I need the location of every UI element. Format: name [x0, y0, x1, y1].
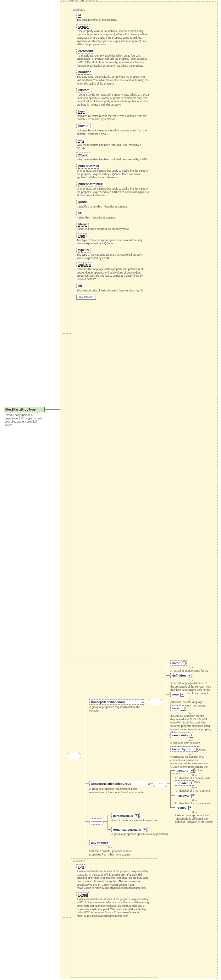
element-desc: A group of properties specific to an org… — [111, 832, 168, 836]
element-label: broader — [176, 781, 188, 785]
cardinality: 0..∞ — [189, 738, 194, 741]
group-concept-definition[interactable]: ConceptDefinitionGroup — [89, 699, 144, 705]
connector — [63, 5, 63, 857]
cardinality: 0..∞ — [192, 811, 197, 814]
sequence-compositor — [153, 781, 167, 787]
element-desc: A related concept, where the relationshi… — [175, 814, 216, 824]
attribute-desc: The local identifier of the property. — [76, 18, 149, 22]
attribute-desc: Why the metadata has been included - exp… — [76, 157, 149, 161]
attribute-name: howuri — [76, 124, 91, 128]
connector — [81, 756, 85, 756]
attribute-desc: A refinement of the semantics of the pro… — [76, 897, 149, 918]
element-label: sameAs — [176, 769, 188, 772]
element-person-details[interactable]: personDetails+ — [111, 813, 140, 818]
extension-title: FlexPartyPropType (extension) — [61, 0, 100, 2]
attribute-desc: Indicates by which means the value was e… — [76, 114, 149, 121]
expand-icon[interactable]: + — [143, 828, 146, 832]
expand-icon[interactable]: + — [190, 769, 194, 773]
attribute-name: literal — [76, 222, 89, 227]
attribute-whyuri: whyuriWhy the metadata has been included… — [76, 153, 152, 161]
cardinality: 0..∞ — [189, 752, 194, 755]
expand-icon[interactable]: + — [188, 674, 191, 678]
attribute-desc: One or many constraints that apply to pu… — [76, 186, 149, 197]
attribute-desc: If the attribute is empty, specifies whi… — [76, 53, 149, 68]
root-type-name: Flex1PartyPropType — [4, 407, 45, 412]
attribute-how: howIndicates by which means the value wa… — [76, 109, 152, 121]
expand-icon[interactable]: + — [180, 693, 184, 697]
attribute-any-other: any ##other — [76, 294, 96, 300]
attribute-pubconstrainturi: pubconstrainturiOne or many constraints … — [76, 182, 152, 197]
connector — [166, 735, 170, 735]
attribute-name: type — [76, 233, 87, 238]
connector — [85, 783, 89, 784]
expand-icon[interactable]: + — [193, 748, 197, 751]
element-label: definition — [172, 674, 186, 677]
element-remoteInfo[interactable]: remoteInfo+ — [170, 733, 194, 738]
root-type-desc: Flexible party (person or organisation) … — [4, 412, 45, 428]
attribute-desc: One or many constraints that apply to pu… — [76, 169, 149, 179]
attribute-desc: The type of the concept assigned as cont… — [76, 238, 149, 245]
group-label: ConceptRelationshipsGroup — [91, 782, 131, 785]
attribute-name: creator — [76, 24, 91, 29]
attribute-desc: Why the metadata has been included - exp… — [76, 143, 149, 150]
attribute-name: pubconstrainturi — [76, 182, 105, 186]
cardinality: 0..∞ — [108, 846, 113, 849]
expand-icon[interactable]: + — [191, 794, 195, 798]
element-any-other[interactable]: any ##other — [89, 840, 110, 845]
attribute-name: dir — [76, 283, 84, 288]
attribute-name: why — [76, 138, 86, 143]
attribute-creatoruri: creatoruriIf the attribute is empty, spe… — [76, 49, 152, 68]
attribute-desc: A URI which identifies a concept. — [76, 215, 149, 220]
connector — [45, 409, 60, 410]
connector — [60, 5, 60, 858]
attribute-typeuri: typeuriThe type of the concept assigned … — [76, 248, 152, 260]
element-broader[interactable]: broader+ — [175, 780, 194, 786]
connector — [170, 783, 175, 783]
element-label: related — [176, 806, 186, 809]
element-definition[interactable]: definition+ — [170, 673, 192, 678]
expand-icon[interactable]: + — [189, 782, 193, 785]
element-organisation-details[interactable]: organisationDetails+ — [111, 827, 148, 832]
attribute-uri: uriA URI which identifies a concept. — [76, 211, 152, 220]
expand-icon[interactable]: + — [188, 806, 192, 810]
attribute-name: xml:lang — [76, 262, 93, 267]
attributes-list: roleA refinement of the semantics of the… — [76, 864, 152, 920]
cardinality: 0..∞ — [192, 786, 197, 789]
connector — [63, 756, 67, 756]
expand-icon[interactable]: + — [135, 814, 138, 818]
group-label: ConceptDefinitionGroup — [91, 700, 126, 704]
element-label: narrower — [176, 794, 189, 797]
attribute-id: idThe local identifier of the property. — [76, 13, 152, 22]
element-facet[interactable]: facet+ — [170, 706, 186, 711]
group-desc: A group of properties required to indica… — [89, 787, 149, 794]
attribute-name: qcode — [76, 200, 89, 204]
element-narrower[interactable]: narrower+ — [175, 793, 196, 798]
connector — [166, 663, 166, 762]
attribute-name: pubconstraint — [76, 164, 101, 169]
attribute-role: roleA refinement of the semantics of the… — [76, 864, 152, 890]
cardinality: 0..∞ — [189, 697, 194, 700]
connector — [108, 829, 111, 830]
element-hierarchyInfo[interactable]: hierarchyInfo+ — [170, 746, 198, 752]
connector — [170, 770, 175, 771]
element-label: personDetails — [113, 814, 133, 818]
group-desc: A group of properties required to define… — [89, 706, 143, 712]
element-label: hierarchyInfo — [172, 747, 191, 751]
expand-icon[interactable]: + — [181, 707, 185, 711]
expand-icon[interactable]: + — [182, 662, 186, 665]
group-concept-relationships[interactable]: ConceptRelationshipsGroup — [89, 781, 150, 786]
cardinality: 0..∞ — [189, 711, 194, 714]
attribute-qcode: qcodeA qualified code which identifies a… — [76, 200, 152, 208]
element-sameAs[interactable]: sameAs+ — [175, 768, 195, 773]
attribute-desc: A free-text value assigned as property v… — [76, 227, 149, 231]
element-related[interactable]: related+ — [175, 805, 193, 810]
element-note[interactable]: note+ — [170, 692, 185, 697]
attribute-desc: The type of the concept assigned as cont… — [76, 253, 149, 260]
expand-icon[interactable]: + — [189, 734, 193, 738]
attributes-list: idThe local identifier of the property.c… — [76, 13, 152, 302]
element-name[interactable]: name+ — [170, 660, 187, 666]
attribute-desc: A refinement of the semantics of the pro… — [76, 869, 149, 890]
cardinality: 0..∞ — [192, 773, 197, 776]
attribute-name: uri — [76, 211, 84, 215]
attribute-why: whyWhy the metadata has been included - … — [76, 138, 152, 150]
